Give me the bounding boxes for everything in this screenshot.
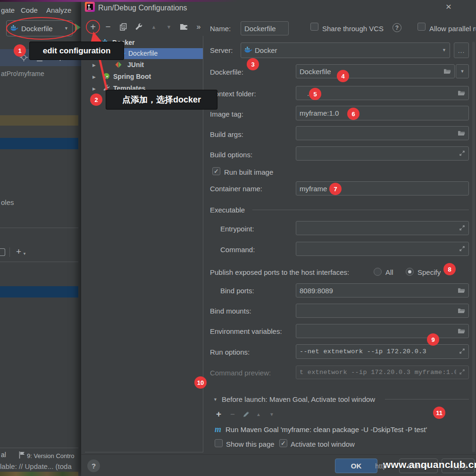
annotation-badge-10: 10	[194, 376, 207, 389]
annotation-badge-4: 4	[337, 70, 349, 82]
annotation-badge-3: 3	[247, 58, 259, 70]
annotation-badge-11: 11	[433, 407, 445, 419]
tooltip-add-docker: 点添加，选择docker	[106, 90, 217, 110]
annotation-shapes	[0, 0, 476, 476]
annotation-badge-5: 5	[309, 88, 321, 100]
watermark-text: www.anquanclub.cn	[383, 459, 476, 470]
annotation-badge-7: 7	[329, 183, 342, 195]
annotation-badge-2: 2	[90, 94, 102, 106]
annotation-badge-8: 8	[443, 263, 456, 275]
watermark: http www.anquanclub.cn	[383, 459, 476, 470]
annotation-badge-6: 6	[347, 108, 359, 120]
annotation-badge-9: 9	[427, 333, 439, 346]
annotation-badge-1: 1	[14, 44, 26, 57]
tooltip-edit-configuration: edit configuration	[29, 42, 124, 60]
watermark-prefix: http	[375, 462, 387, 470]
